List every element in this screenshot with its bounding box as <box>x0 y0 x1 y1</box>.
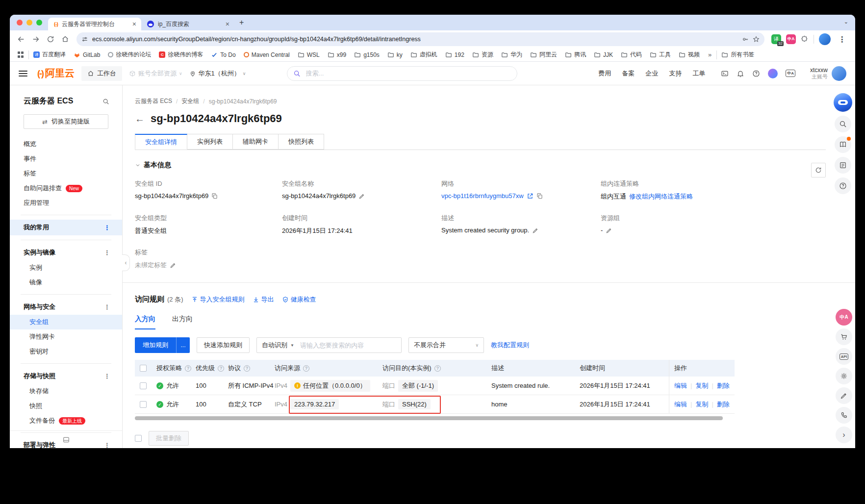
survey-form-icon[interactable] <box>835 157 851 174</box>
bookmark-item[interactable]: To Do <box>207 50 239 60</box>
bookmark-folder[interactable]: 腾讯 <box>561 49 589 60</box>
tab-outbound[interactable]: 出方向 <box>172 315 193 329</box>
health-check-link[interactable]: 健康检查 <box>282 295 316 304</box>
sidebar-search-icon[interactable] <box>102 98 109 105</box>
region-select[interactable]: 华东1（杭州） ∨ <box>189 69 246 78</box>
sidebar-item-file-backup[interactable]: 文件备份 最新上线 <box>10 413 122 428</box>
nav-item-tickets[interactable]: 工单 <box>692 69 705 78</box>
sidebar-item-self-diagnosis[interactable]: 自助问题排查 New <box>10 181 122 196</box>
language-icon[interactable]: 中A <box>786 70 795 77</box>
account-scope-select[interactable]: 账号全部资源 ∨ <box>129 69 182 78</box>
more-dots-icon[interactable]: ⋮ <box>104 303 110 311</box>
modify-policy-link[interactable]: 修改组内网络连通策略 <box>629 192 693 201</box>
teach-me-config-link[interactable]: 教我配置规则 <box>491 341 529 350</box>
bookmark-item[interactable]: 徐晓伟的博客 <box>155 49 206 60</box>
sidebar-item-tags[interactable]: 标签 <box>10 166 122 181</box>
bookmark-item[interactable]: GitLab <box>70 50 103 60</box>
console-search-bar[interactable] <box>287 66 517 81</box>
search-rail-icon[interactable] <box>835 116 851 132</box>
bookmark-folder[interactable]: 虚拟机 <box>407 49 441 60</box>
edit-icon[interactable] <box>358 193 365 200</box>
horizontal-scrollbar[interactable] <box>135 416 735 420</box>
external-link-icon[interactable] <box>527 193 534 200</box>
row-checkbox[interactable] <box>140 382 147 389</box>
notifications-bell-icon[interactable] <box>737 70 744 77</box>
api-icon[interactable]: API <box>836 348 852 365</box>
translate-rail-icon[interactable] <box>836 309 852 326</box>
buy-cart-icon[interactable] <box>836 328 852 345</box>
tab-instance-list[interactable]: 实例列表 <box>187 134 233 150</box>
bookmark-folder[interactable]: 工具 <box>646 49 674 60</box>
help-icon[interactable] <box>303 365 309 372</box>
help-icon[interactable] <box>244 365 250 372</box>
bookmark-folder[interactable]: 华为 <box>498 49 526 60</box>
bookmark-folder[interactable]: 资源 <box>469 49 497 60</box>
bookmark-item[interactable]: 徐晓伟的论坛 <box>104 49 154 60</box>
tab-secondary-enis[interactable]: 辅助网卡 <box>233 134 279 150</box>
contact-phone-icon[interactable] <box>836 407 852 424</box>
hamburger-menu-icon[interactable] <box>19 71 27 76</box>
copy-icon[interactable] <box>211 193 218 200</box>
url-text[interactable]: ecs.console.aliyun.com/securityGroupDeta… <box>92 36 421 43</box>
edit-icon[interactable] <box>532 227 539 234</box>
help-icon[interactable] <box>434 365 441 372</box>
extensions-puzzle-icon[interactable] <box>801 35 809 43</box>
forward-icon[interactable] <box>29 33 42 46</box>
sidebar-item-key-pairs[interactable]: 密钥对 <box>10 344 122 359</box>
bookmark-folder[interactable]: 阿里云 <box>527 49 560 60</box>
sidebar-item-block-storage[interactable]: 块存储 <box>10 384 122 399</box>
minimize-window-button[interactable] <box>26 20 32 25</box>
export-rules-link[interactable]: 导出 <box>253 295 274 304</box>
password-key-icon[interactable] <box>742 36 749 43</box>
close-tab-icon[interactable]: × <box>132 20 136 28</box>
user-avatar[interactable] <box>832 66 846 81</box>
cloudshell-terminal-icon[interactable] <box>721 70 729 77</box>
bookmarks-overflow-chevron[interactable]: » <box>704 51 715 58</box>
edit-icon[interactable] <box>606 227 612 234</box>
import-rules-link[interactable]: 导入安全组规则 <box>191 295 245 304</box>
batch-delete-button[interactable]: 批量删除 <box>149 431 189 446</box>
delete-rule-link[interactable]: 删除 <box>717 400 730 409</box>
bookmark-folder[interactable]: 视频 <box>675 49 703 60</box>
new-tab-button[interactable]: + <box>239 18 244 27</box>
sidebar-item-security-groups[interactable]: 安全组 <box>10 315 122 329</box>
back-arrow-icon[interactable]: ← <box>135 114 145 124</box>
nav-item-enterprise[interactable]: 企业 <box>645 69 658 78</box>
tab-sg-details[interactable]: 安全组详情 <box>135 134 187 150</box>
aliyun-logo[interactable]: (-) 阿里云 <box>37 67 75 80</box>
reload-icon[interactable] <box>44 33 57 46</box>
site-settings-icon[interactable] <box>81 36 88 43</box>
add-rule-button[interactable]: 增加规则 <box>135 337 176 353</box>
sidebar-item-enis[interactable]: 弹性网卡 <box>10 329 122 344</box>
browser-tab-active[interactable]: (-) 云服务器管理控制台 × <box>48 18 141 30</box>
rules-search-input[interactable] <box>299 341 401 350</box>
sidebar-item-snapshots[interactable]: 快照 <box>10 399 122 413</box>
basic-info-toggle[interactable]: 基本信息 <box>135 161 826 170</box>
ai-assistant-robot-icon[interactable] <box>834 93 852 112</box>
close-tab-icon[interactable]: × <box>226 20 229 28</box>
batch-select-checkbox[interactable] <box>135 435 142 442</box>
sidebar-item-events[interactable]: 事件 <box>10 151 122 166</box>
nav-item-support[interactable]: 支持 <box>669 69 682 78</box>
bookmark-folder[interactable]: ky <box>384 50 406 60</box>
more-dots-icon[interactable]: ⋮ <box>104 224 110 231</box>
bookmark-folder[interactable]: x99 <box>324 50 350 60</box>
console-search-input[interactable] <box>305 69 511 77</box>
edit-rule-link[interactable]: 编辑 <box>674 400 687 409</box>
breadcrumb-ecs[interactable]: 云服务器 ECS <box>135 97 172 105</box>
sidebar-group-network-security[interactable]: 网络与安全⋮ <box>10 299 122 315</box>
vpc-link[interactable]: vpc-bp1t16rbrnfuygmbu57xw <box>441 192 524 200</box>
tab-search-chevron-icon[interactable]: ⌄ <box>844 19 848 25</box>
tab-inbound[interactable]: 入方向 <box>135 315 155 329</box>
bookmark-star-icon[interactable] <box>753 36 760 43</box>
clone-rule-link[interactable]: 复制 <box>695 400 708 409</box>
help-icon[interactable] <box>752 70 760 77</box>
bookmark-folder[interactable]: g150s <box>351 50 383 60</box>
search-mode-select[interactable]: 自动识别 ▼ <box>257 341 299 350</box>
zoom-window-button[interactable] <box>36 20 42 25</box>
bookmark-folder[interactable]: JJK <box>590 50 616 60</box>
breadcrumb-security-groups[interactable]: 安全组 <box>181 97 199 105</box>
sidebar-group-storage-snapshots[interactable]: 存储与快照⋮ <box>10 368 122 384</box>
bookmark-folder[interactable]: 192 <box>442 50 468 60</box>
address-bar[interactable]: ecs.console.aliyun.com/securityGroupDeta… <box>76 32 764 46</box>
